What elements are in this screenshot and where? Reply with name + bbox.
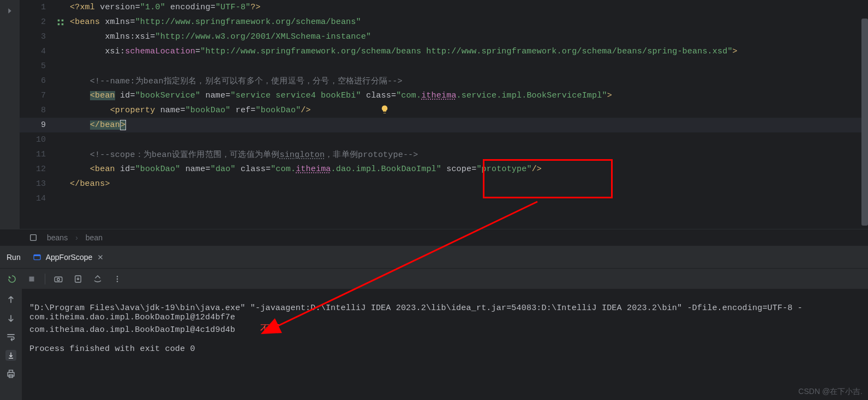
screenshot-button[interactable] xyxy=(52,272,65,286)
t: = xyxy=(250,106,255,115)
code-line[interactable]: 11 <!--scope：为bean设置作用范围，可选值为单例singloton… xyxy=(20,147,868,162)
t: </ xyxy=(70,179,80,189)
svg-rect-1 xyxy=(62,19,64,21)
code-line[interactable]: 6 <!--name:为bean指定别名，别名可以有多个，使用逗号，分号，空格进… xyxy=(20,74,868,88)
export-button[interactable] xyxy=(71,272,85,286)
console-output[interactable]: "D:\Program Files\Java\jdk-19\bin\java.e… xyxy=(22,289,868,400)
t: itheima xyxy=(296,165,331,174)
t: scope：为bean设置作用范围，可选值为单例 xyxy=(110,150,280,160)
code-area[interactable]: 1 <?xml version="1.0" encoding="UTF-8"?>… xyxy=(20,0,868,229)
run-tab[interactable]: AppForScope xyxy=(29,251,108,264)
code-line[interactable]: 5 xyxy=(20,59,868,74)
code-line-current[interactable]: 9 </bean> xyxy=(20,118,868,132)
code-line[interactable]: 13 </beans> xyxy=(20,177,868,191)
editor-pane: 1 <?xml version="1.0" encoding="UTF-8"?>… xyxy=(0,0,868,229)
up-arrow-icon[interactable] xyxy=(5,294,16,305)
t: <? xyxy=(70,3,80,12)
t: "service service4 bookEbi" xyxy=(230,91,361,100)
t: ref xyxy=(231,106,251,115)
run-config-icon xyxy=(33,253,41,262)
intention-bulb-icon[interactable] xyxy=(380,105,391,116)
code-line[interactable]: 1 <?xml version="1.0" encoding="UTF-8"?> xyxy=(20,0,868,15)
t: name:为bean指定别名，别名可以有多个，使用逗号，分号，空格进行分隔 xyxy=(110,77,387,86)
t: property xyxy=(115,106,155,115)
svg-point-12 xyxy=(117,278,118,279)
soft-wrap-icon[interactable] xyxy=(5,331,16,342)
svg-rect-2 xyxy=(58,23,60,25)
t: .dao.impl.BookDaoImpl" xyxy=(331,165,441,174)
t: bean xyxy=(95,165,115,174)
t: name xyxy=(200,91,225,100)
t: class xyxy=(236,165,266,174)
run-panel-title: Run xyxy=(7,253,21,262)
t: --> xyxy=(403,150,418,160)
stop-button[interactable] xyxy=(25,272,38,286)
close-icon[interactable] xyxy=(97,253,104,261)
t: scope xyxy=(441,165,471,174)
t: = xyxy=(130,17,135,27)
t: "http://www.springframework.org/schema/b… xyxy=(135,17,361,27)
breadcrumb-item[interactable]: bean xyxy=(86,233,103,242)
t xyxy=(70,150,90,160)
code-line[interactable]: 14 xyxy=(20,191,868,206)
svg-rect-0 xyxy=(58,19,60,21)
breadcrumb-item[interactable]: beans xyxy=(47,233,68,242)
line-number: 14 xyxy=(20,194,52,203)
t: xml xyxy=(80,3,100,12)
t: "bookDao" xyxy=(256,106,301,115)
svg-rect-8 xyxy=(55,277,62,282)
t xyxy=(70,120,90,130)
t: = xyxy=(205,165,210,174)
code-line[interactable]: 3 xmlns:xsi="http://www.w3.org/2001/XMLS… xyxy=(20,29,868,44)
breadcrumb-bar: beans › bean xyxy=(0,229,868,246)
t: name xyxy=(155,106,180,115)
code-line[interactable]: 8 <property name="bookDao" ref="bookDao"… xyxy=(20,103,868,118)
t: schemaLocation xyxy=(125,47,195,56)
svg-rect-3 xyxy=(62,23,64,25)
console-line: Process finished with exit code 0 xyxy=(29,344,195,354)
down-arrow-icon[interactable] xyxy=(5,313,16,324)
rerun-button[interactable] xyxy=(5,272,19,286)
t: <!-- xyxy=(90,150,110,160)
svg-point-9 xyxy=(57,278,60,281)
editor-left-rail xyxy=(0,0,20,229)
t: = xyxy=(180,106,185,115)
breadcrumb-separator-icon: › xyxy=(75,233,78,242)
run-toolbar xyxy=(0,268,868,289)
t: = xyxy=(130,165,135,174)
code-line[interactable]: 10 xyxy=(20,132,868,147)
scroll-to-end-icon[interactable] xyxy=(5,350,16,361)
breadcrumb-tool-icon[interactable] xyxy=(27,232,39,244)
t: : xyxy=(120,47,125,56)
collapse-icon[interactable] xyxy=(5,7,14,15)
more-icon[interactable] xyxy=(111,272,124,286)
line-number: 5 xyxy=(20,62,52,71)
svg-rect-15 xyxy=(9,370,13,372)
t: "dao" xyxy=(211,165,236,174)
code-line[interactable]: 7 <bean id="bookService" name="service s… xyxy=(20,88,868,103)
code-line[interactable]: 4 xsi:schemaLocation="http://www.springf… xyxy=(20,44,868,59)
t: class xyxy=(361,91,391,100)
line-number: 11 xyxy=(20,150,52,159)
scrollbar-thumb[interactable] xyxy=(861,19,868,226)
t: name xyxy=(180,165,205,174)
t: < xyxy=(70,17,75,27)
line-number: 1 xyxy=(20,3,52,12)
svg-rect-7 xyxy=(29,276,34,281)
code-line[interactable]: 12 <bean id="bookDao" name="dao" class="… xyxy=(20,162,868,177)
t: = xyxy=(211,3,215,12)
t: "UTF-8" xyxy=(215,3,250,12)
t: = xyxy=(391,91,396,100)
clear-button[interactable] xyxy=(91,272,104,286)
line-number: 2 xyxy=(20,17,52,27)
editor-scrollbar[interactable] xyxy=(861,19,868,226)
gutter-bean-icon[interactable] xyxy=(52,19,69,26)
t: beans xyxy=(80,179,105,189)
t: xmlns:xsi xyxy=(70,32,150,41)
t: xsi xyxy=(70,47,120,56)
print-icon[interactable] xyxy=(5,368,16,379)
t: version xyxy=(100,3,135,12)
code-line[interactable]: 2 <beans xmlns="http://www.springframewo… xyxy=(20,15,868,29)
t: "bookDao" xyxy=(185,106,231,115)
console-rail xyxy=(0,289,22,400)
